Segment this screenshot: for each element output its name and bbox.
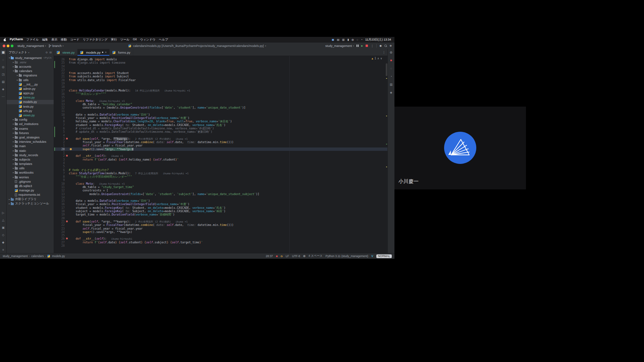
- scrollbar-thumb[interactable]: [386, 63, 387, 76]
- line-number[interactable]: 26: [54, 58, 69, 61]
- line-number[interactable]: 4: [54, 161, 69, 165]
- control-center-icon[interactable]: ◔: [361, 39, 363, 41]
- caret-position-widget[interactable]: 28:37: [266, 254, 273, 258]
- tree-item-models.py[interactable]: models.py: [7, 100, 54, 104]
- line-number[interactable]: 10: [54, 113, 69, 116]
- line-number[interactable]: 1: [54, 151, 69, 154]
- tool-stripe-commit-icon[interactable]: ◎: [1, 65, 6, 69]
- line-number[interactable]: 26: [54, 237, 69, 240]
- line-number[interactable]: 15: [54, 96, 69, 99]
- run-configuration-widget[interactable]: study_management ▾: [325, 44, 354, 48]
- line-number[interactable]: 21: [54, 75, 69, 78]
- indent-widget[interactable]: 4 スペース: [309, 254, 323, 258]
- tool-stripe-stop-icon[interactable]: ■: [389, 58, 394, 63]
- line-number[interactable]: 14: [54, 196, 69, 199]
- next-problem-icon[interactable]: ∨: [380, 57, 382, 60]
- python-interpreter-widget[interactable]: Python 3.11 (study_management): [326, 254, 368, 258]
- line-number[interactable]: 9: [54, 178, 69, 182]
- menu-編集[interactable]: 編集: [42, 38, 48, 42]
- tree-item-ed_institutions[interactable]: ▸ed_institutions: [7, 122, 54, 126]
- tree-item-workbooks[interactable]: ▸workbooks: [7, 171, 54, 175]
- line-number[interactable]: 5: [54, 130, 69, 133]
- tree-item-urls.py[interactable]: urls.py: [7, 109, 54, 113]
- line-number[interactable]: 7: [54, 172, 69, 175]
- tree-item-admin.py[interactable]: admin.py: [7, 86, 54, 91]
- line-number[interactable]: 6: [54, 127, 69, 130]
- video-tile[interactable]: 小川慶一: [394, 107, 526, 189]
- tree-item-main[interactable]: ▸main: [7, 144, 54, 148]
- inspections-widget[interactable]: ▲ 1 ∧ ∨: [372, 57, 382, 60]
- line-number[interactable]: 3: [54, 158, 69, 161]
- tool-stripe-notifications-icon[interactable]: ◍: [389, 50, 394, 55]
- menu-ファイル[interactable]: ファイル: [26, 38, 39, 42]
- tool-stripe-python-console-icon[interactable]: ◇: [1, 233, 6, 237]
- wifi-icon[interactable]: ◍: [352, 39, 354, 41]
- tree-item-study_records[interactable]: ▸study_records: [7, 153, 54, 157]
- search-everywhere-icon[interactable]: [384, 45, 387, 47]
- tree-item-migrations[interactable]: ▸migrations: [7, 73, 54, 78]
- line-number[interactable]: 18: [54, 209, 69, 213]
- screen-share-icon[interactable]: ▣: [332, 39, 334, 41]
- tree-item-accounts[interactable]: ▸accounts: [7, 64, 54, 69]
- tree-item-interview_schedules[interactable]: ▸interview_schedules: [7, 140, 54, 144]
- globe-icon[interactable]: ◍: [303, 255, 306, 257]
- line-number[interactable]: 8: [54, 120, 69, 123]
- tree-item-worries[interactable]: ▸worries: [7, 175, 54, 179]
- vim-mode-badge[interactable]: NORMAL: [376, 254, 392, 258]
- line-number[interactable]: 22: [54, 223, 69, 227]
- menu-PyCharm[interactable]: PyCharm: [10, 38, 23, 42]
- line-number[interactable]: 18: [54, 85, 69, 88]
- tool-stripe-problems-icon[interactable]: △: [1, 218, 6, 223]
- close-window-button[interactable]: [3, 45, 5, 47]
- line-number[interactable]: 13: [54, 192, 69, 196]
- gutter-method-icon[interactable]: [66, 221, 68, 222]
- breadcrumb-package[interactable]: calendars: [31, 254, 44, 258]
- tool-stripe-structure-icon[interactable]: ▤: [1, 80, 6, 84]
- line-number[interactable]: 27: [54, 241, 69, 244]
- line-number[interactable]: 2: [54, 154, 69, 158]
- keyboard-icon[interactable]: ▥: [342, 39, 345, 41]
- tree-item-requirements.txt[interactable]: requirements.txt: [7, 193, 54, 197]
- line-number[interactable]: 2: [54, 140, 69, 144]
- locate-file-icon[interactable]: ⊙: [46, 51, 48, 54]
- line-number[interactable]: 19: [54, 82, 69, 85]
- line-number[interactable]: 17: [54, 206, 69, 209]
- line-number[interactable]: 3: [54, 137, 69, 140]
- tree-item-templates[interactable]: ▸templates: [7, 162, 54, 166]
- line-number[interactable]: 25: [54, 234, 69, 237]
- tree-item-goal_strategies[interactable]: ▸goal_strategies: [7, 135, 54, 139]
- line-number[interactable]: 12: [54, 106, 69, 109]
- tree-item-fixtures[interactable]: ▸fixtures: [7, 131, 54, 135]
- tree-item-views.py[interactable]: views.py: [7, 113, 54, 117]
- tool-stripe-more-tools-icon[interactable]: ⋯: [1, 95, 6, 99]
- tree-item-config[interactable]: ▸config: [7, 118, 54, 122]
- line-number[interactable]: 6: [54, 168, 69, 172]
- tree-item-.gitignore[interactable]: .gitignore: [7, 179, 54, 184]
- ideavim-icon[interactable]: V: [371, 254, 373, 258]
- intention-bulb-icon[interactable]: [70, 148, 72, 150]
- menu-コード[interactable]: コード: [70, 38, 79, 42]
- menu-ヘルプ[interactable]: ヘルプ: [159, 38, 168, 42]
- line-number[interactable]: 9: [54, 116, 69, 120]
- menu-実行[interactable]: 実行: [111, 38, 117, 42]
- tool-stripe-todo-icon[interactable]: ≡: [1, 248, 6, 252]
- tree-item-スクラッチとコンソール[interactable]: ▸スクラッチとコンソール: [7, 201, 54, 206]
- tree-item-exams[interactable]: ▸exams: [7, 126, 54, 131]
- breadcrumb-file[interactable]: models.py: [52, 254, 65, 258]
- tree-item-utils[interactable]: ▸utils: [7, 78, 54, 82]
- collapse-all-icon[interactable]: ⊟: [49, 51, 52, 54]
- tool-stripe-plugins-icon[interactable]: ◈: [389, 90, 394, 95]
- tree-item-calendars[interactable]: ▾calendars: [7, 69, 54, 73]
- grammar-widget[interactable]: G: [281, 255, 283, 258]
- tab-views.py[interactable]: views.py: [54, 49, 77, 56]
- breadcrumb-project[interactable]: study_management: [3, 254, 28, 258]
- menu-ウィンドウ[interactable]: ウィンドウ: [140, 38, 155, 42]
- line-number[interactable]: 17: [54, 89, 69, 92]
- tree-item-tests.py[interactable]: tests.py: [7, 104, 54, 109]
- line-number[interactable]: 24: [54, 65, 69, 68]
- line-separator-widget[interactable]: LF: [286, 254, 289, 258]
- line-number[interactable]: 16: [54, 202, 69, 206]
- line-number[interactable]: 16: [54, 92, 69, 96]
- gutter-method-icon[interactable]: [66, 238, 68, 239]
- tree-item-utils[interactable]: ▸utils: [7, 166, 54, 171]
